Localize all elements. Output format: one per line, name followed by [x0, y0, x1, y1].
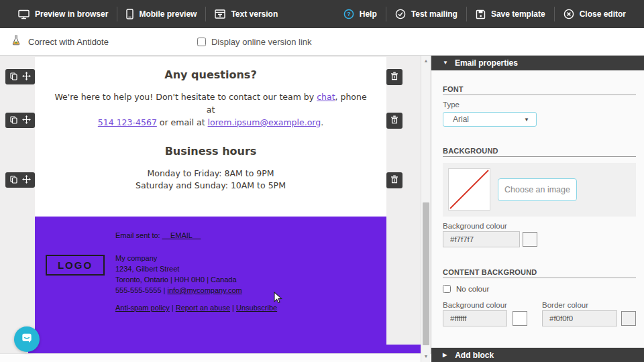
separator: | — [230, 304, 236, 312]
duplicate-block-icon[interactable] — [10, 115, 17, 127]
mobile-preview-label: Mobile preview — [139, 9, 197, 19]
canvas-scrollbar[interactable]: ▲ ▼ — [421, 56, 430, 362]
check-circle-icon — [395, 9, 406, 19]
test-mailing-button[interactable]: Test mailing — [386, 0, 466, 28]
company-name: My company — [115, 253, 242, 263]
scroll-up-icon[interactable]: ▲ — [421, 58, 431, 64]
contact-paragraph: We're here to help you! Don't hesitate t… — [35, 90, 386, 129]
antispam-policy-link[interactable]: Anti-spam policy — [115, 304, 170, 312]
trash-icon — [390, 71, 398, 83]
no-colour-checkbox[interactable] — [443, 285, 451, 293]
scroll-down-icon[interactable]: ▼ — [421, 353, 431, 360]
close-editor-button[interactable]: Close editor — [555, 0, 635, 28]
correct-with-antidote-button[interactable]: Correct with Antidote — [0, 35, 109, 48]
text-version-label: Text version — [231, 9, 278, 19]
section-divider — [443, 278, 636, 278]
phone-email-line: 555-555-5555 | info@mycompany.com — [115, 285, 242, 296]
sent-to-merge-tag: __EMAIL__ — [162, 231, 201, 239]
border-colour-swatch[interactable] — [621, 311, 636, 326]
questions-heading: Any questions? — [35, 68, 386, 81]
add-block-label: Add block — [455, 351, 494, 360]
hours-line: Monday to Friday: 8AM to 9PM — [35, 168, 386, 180]
background-colour-input[interactable] — [443, 231, 520, 247]
duplicate-block-icon[interactable] — [10, 71, 17, 83]
hours-line: Saturday and Sunday: 10AM to 5PM — [35, 180, 386, 192]
email-properties-title: Email properties — [455, 58, 518, 68]
move-block-icon[interactable] — [22, 115, 31, 127]
canvas-bottom-strip — [0, 353, 431, 362]
font-type-value: Arial — [453, 115, 469, 124]
email-sent-to-row: Email sent to: __EMAIL__ — [115, 231, 201, 239]
email-properties-panel: ▼ Email properties FONT Type Arial ▼ BAC… — [431, 56, 644, 362]
save-template-button[interactable]: Save template — [467, 0, 554, 28]
phone-link[interactable]: 514 123-4567 — [98, 117, 157, 127]
email-address-link[interactable]: lorem.ipsum@example.org — [208, 117, 321, 127]
move-block-icon[interactable] — [22, 174, 31, 186]
company-phone: 555-555-5555 — [115, 286, 162, 294]
business-hours-lines: Monday to Friday: 8AM to 9PM Saturday an… — [35, 168, 386, 192]
chevron-down-icon: ▼ — [443, 60, 448, 66]
contact-text: or email at — [157, 117, 208, 127]
no-colour-label: No colour — [456, 285, 489, 293]
delete-block-button[interactable] — [386, 172, 402, 188]
company-logo: LOGO — [46, 255, 105, 276]
block-handle[interactable] — [5, 69, 35, 84]
mobile-preview-button[interactable]: Mobile preview — [117, 0, 205, 28]
correct-with-antidote-label: Correct with Antidote — [28, 37, 109, 47]
content-bg-colour-label: Background colour — [443, 301, 507, 309]
dropdown-arrow-icon: ▼ — [524, 117, 529, 123]
close-editor-label: Close editor — [580, 9, 626, 19]
preview-in-browser-label: Preview in browser — [35, 9, 108, 19]
svg-text:?: ? — [347, 11, 351, 17]
border-colour-input[interactable] — [542, 310, 617, 326]
add-block-header[interactable]: ▶ Add block — [431, 347, 644, 362]
contact-text: . — [321, 117, 323, 127]
background-section-label: BACKGROUND — [443, 147, 633, 155]
text-version-button[interactable]: Text version — [206, 0, 286, 28]
help-button[interactable]: ? Help — [335, 0, 386, 28]
separator: | — [162, 286, 168, 294]
chevron-right-icon: ▶ — [443, 353, 447, 358]
help-label: Help — [360, 9, 377, 19]
chat-link[interactable]: chat — [317, 92, 335, 102]
block-handle[interactable] — [5, 172, 35, 188]
mobile-icon — [126, 9, 133, 19]
email-footer-block[interactable]: Email sent to: __EMAIL__ LOGO My company… — [35, 217, 386, 353]
save-template-label: Save template — [491, 9, 545, 19]
font-type-dropdown[interactable]: Arial ▼ — [443, 112, 537, 127]
font-type-label: Type — [443, 101, 460, 109]
report-abuse-link[interactable]: Report an abuse — [176, 304, 230, 312]
top-toolbar: Preview in browser Mobile preview Text v… — [0, 0, 644, 28]
address-line: Toronto, Ontario | H0H 0H0 | Canada — [115, 274, 242, 285]
content-bg-colour-input[interactable] — [443, 310, 507, 326]
company-address-block: My company 1234, Gilbert Street Toronto,… — [115, 253, 242, 296]
email-properties-header[interactable]: ▼ Email properties — [431, 56, 644, 70]
delete-block-button[interactable] — [386, 69, 402, 85]
duplicate-block-icon[interactable] — [10, 174, 17, 186]
legal-links-row: Anti-spam policy | Report an abuse | Uns… — [115, 304, 277, 312]
text-version-icon — [215, 9, 225, 19]
unsubscribe-link[interactable]: Unsubscribe — [236, 304, 277, 312]
font-section-label: FONT — [443, 85, 633, 93]
block-handle[interactable] — [5, 113, 35, 128]
scrollbar-thumb[interactable] — [423, 202, 429, 345]
display-online-version-checkbox[interactable] — [197, 38, 206, 46]
content-bg-colour-swatch[interactable] — [513, 311, 527, 326]
contact-text: We're here to help you! Don't hesitate t… — [54, 92, 317, 102]
email-content-area[interactable]: Any questions? We're here to help you! D… — [35, 57, 386, 217]
move-block-icon[interactable] — [22, 71, 31, 83]
email-canvas: Any questions? We're here to help you! D… — [0, 56, 431, 362]
no-image-placeholder — [448, 168, 490, 210]
business-hours-heading: Business hours — [35, 145, 386, 158]
monitor-icon — [18, 9, 30, 19]
company-email-link[interactable]: info@mycompany.com — [168, 286, 242, 294]
chat-widget-button[interactable] — [14, 326, 40, 352]
preview-in-browser-button[interactable]: Preview in browser — [9, 0, 117, 28]
delete-block-button[interactable] — [386, 113, 402, 129]
choose-image-button[interactable]: Choose an image — [498, 178, 577, 201]
help-icon: ? — [343, 9, 354, 19]
sent-to-label: Email sent to: — [115, 231, 162, 239]
section-divider — [443, 95, 636, 95]
chat-bubble-icon — [20, 331, 34, 347]
background-colour-swatch[interactable] — [523, 232, 537, 247]
